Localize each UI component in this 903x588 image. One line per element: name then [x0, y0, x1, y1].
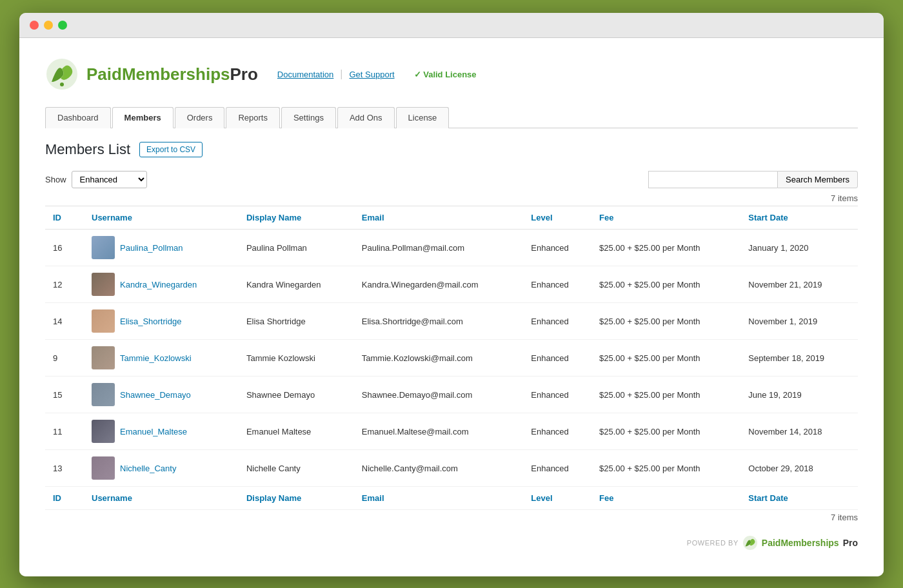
tab-reports[interactable]: Reports [226, 107, 280, 128]
items-count-top: 7 items [45, 193, 858, 203]
table-row: 13Nichelle_CantyNichelle CantyNichelle.C… [45, 450, 858, 487]
controls-row: Show Enhanced All Basic Premium Search M… [45, 171, 858, 188]
cell-start-date: January 1, 2020 [740, 230, 858, 266]
tab-dashboard[interactable]: Dashboard [45, 107, 111, 128]
tab-license[interactable]: License [396, 107, 450, 128]
footer-col-username[interactable]: Username [84, 487, 239, 510]
cell-level: Enhanced [523, 413, 591, 450]
tab-settings[interactable]: Settings [281, 107, 336, 128]
cell-id: 15 [45, 377, 84, 413]
search-area: Search Members [648, 171, 858, 188]
col-header-level[interactable]: Level [523, 206, 591, 230]
tab-orders[interactable]: Orders [175, 107, 225, 128]
traffic-lights [30, 21, 67, 30]
col-header-display-name[interactable]: Display Name [239, 206, 354, 230]
license-status: Valid License [414, 70, 477, 79]
show-filter-area: Show Enhanced All Basic Premium [45, 171, 147, 188]
footer-col-display-name[interactable]: Display Name [239, 487, 354, 510]
cell-display-name: Tammie Kozlowski [239, 340, 354, 377]
search-members-button[interactable]: Search Members [777, 171, 858, 188]
page-title: Members List [45, 141, 130, 158]
username-link[interactable]: Paulina_Pollman [120, 243, 183, 253]
table-row: 15Shawnee_DemayoShawnee DemayoShawnee.De… [45, 377, 858, 413]
export-csv-button[interactable]: Export to CSV [139, 142, 203, 157]
cell-id: 9 [45, 340, 84, 377]
cell-id: 14 [45, 303, 84, 340]
footer-brand-name: PaidMemberships [762, 538, 839, 548]
cell-id: 13 [45, 450, 84, 487]
col-header-username[interactable]: Username [84, 206, 239, 230]
cell-level: Enhanced [523, 340, 591, 377]
show-label: Show [45, 175, 66, 184]
cell-display-name: Paulina Pollman [239, 230, 354, 266]
cell-fee: $25.00 + $25.00 per Month [591, 230, 740, 266]
username-link[interactable]: Emanuel_Maltese [120, 427, 187, 436]
cell-username: Elisa_Shortridge [84, 303, 239, 340]
maximize-button[interactable] [58, 21, 67, 30]
cell-start-date: June 19, 2019 [740, 377, 858, 413]
cell-start-date: November 1, 2019 [740, 303, 858, 340]
footer-logo: POWERED BY PaidMembershipsPro [687, 535, 858, 551]
footer-col-start-date[interactable]: Start Date [740, 487, 858, 510]
table-header-row: ID Username Display Name Email Level Fee… [45, 206, 858, 230]
table-row: 14Elisa_ShortridgeElisa ShortridgeElisa.… [45, 303, 858, 340]
svg-point-1 [60, 83, 64, 86]
cell-id: 11 [45, 413, 84, 450]
cell-username: Emanuel_Maltese [84, 413, 239, 450]
cell-start-date: September 18, 2019 [740, 340, 858, 377]
col-header-start-date[interactable]: Start Date [740, 206, 858, 230]
cell-start-date: October 29, 2018 [740, 450, 858, 487]
items-count-bottom: 7 items [45, 513, 858, 522]
tab-addons[interactable]: Add Ons [337, 107, 395, 128]
username-link[interactable]: Nichelle_Canty [120, 464, 176, 473]
cell-email: Tammie.Kozlowski@mail.com [354, 340, 523, 377]
table-row: 12Kandra_WinegardenKandra WinegardenKand… [45, 266, 858, 303]
brand-name: PaidMembershipsPro [86, 64, 258, 84]
cell-level: Enhanced [523, 377, 591, 413]
cell-fee: $25.00 + $25.00 per Month [591, 377, 740, 413]
cell-id: 12 [45, 266, 84, 303]
cell-level: Enhanced [523, 303, 591, 340]
username-link[interactable]: Elisa_Shortridge [120, 317, 181, 326]
username-link[interactable]: Tammie_Kozlowski [120, 353, 192, 363]
cell-display-name: Nichelle Canty [239, 450, 354, 487]
members-table: ID Username Display Name Email Level Fee… [45, 206, 858, 510]
page-footer: POWERED BY PaidMembershipsPro [45, 522, 858, 551]
tab-members[interactable]: Members [112, 107, 174, 128]
col-header-id[interactable]: ID [45, 206, 84, 230]
minimize-button[interactable] [44, 21, 53, 30]
show-select[interactable]: Enhanced All Basic Premium [72, 171, 147, 188]
table-row: 11Emanuel_MalteseEmanuel MalteseEmanuel.… [45, 413, 858, 450]
footer-col-fee[interactable]: Fee [591, 487, 740, 510]
cell-username: Nichelle_Canty [84, 450, 239, 487]
username-link[interactable]: Shawnee_Demayo [120, 390, 191, 400]
cell-email: Emanuel.Maltese@mail.com [354, 413, 523, 450]
search-input[interactable] [648, 171, 777, 188]
table-row: 16Paulina_PollmanPaulina PollmanPaulina.… [45, 230, 858, 266]
footer-col-id[interactable]: ID [45, 487, 84, 510]
username-link[interactable]: Kandra_Winegarden [120, 280, 197, 289]
cell-fee: $25.00 + $25.00 per Month [591, 303, 740, 340]
footer-col-level[interactable]: Level [523, 487, 591, 510]
main-content: PaidMembershipsPro Documentation | Get S… [19, 38, 884, 576]
header-links: Documentation | Get Support Valid Licens… [277, 68, 477, 80]
table-footer-row: ID Username Display Name Email Level Fee… [45, 487, 858, 510]
support-link[interactable]: Get Support [349, 70, 394, 79]
cell-username: Tammie_Kozlowski [84, 340, 239, 377]
footer-logo-icon [742, 535, 758, 551]
pipe-divider: | [340, 68, 342, 80]
close-button[interactable] [30, 21, 39, 30]
col-header-email[interactable]: Email [354, 206, 523, 230]
cell-fee: $25.00 + $25.00 per Month [591, 266, 740, 303]
cell-email: Shawnee.Demayo@mail.com [354, 377, 523, 413]
brand-header: PaidMembershipsPro Documentation | Get S… [45, 57, 858, 91]
cell-start-date: November 21, 2019 [740, 266, 858, 303]
col-header-fee[interactable]: Fee [591, 206, 740, 230]
cell-email: Kandra.Winegarden@mail.com [354, 266, 523, 303]
cell-email: Elisa.Shortridge@mail.com [354, 303, 523, 340]
cell-display-name: Kandra Winegarden [239, 266, 354, 303]
documentation-link[interactable]: Documentation [277, 70, 333, 79]
cell-username: Kandra_Winegarden [84, 266, 239, 303]
tabs-nav: Dashboard Members Orders Reports Setting… [45, 106, 858, 128]
footer-col-email[interactable]: Email [354, 487, 523, 510]
